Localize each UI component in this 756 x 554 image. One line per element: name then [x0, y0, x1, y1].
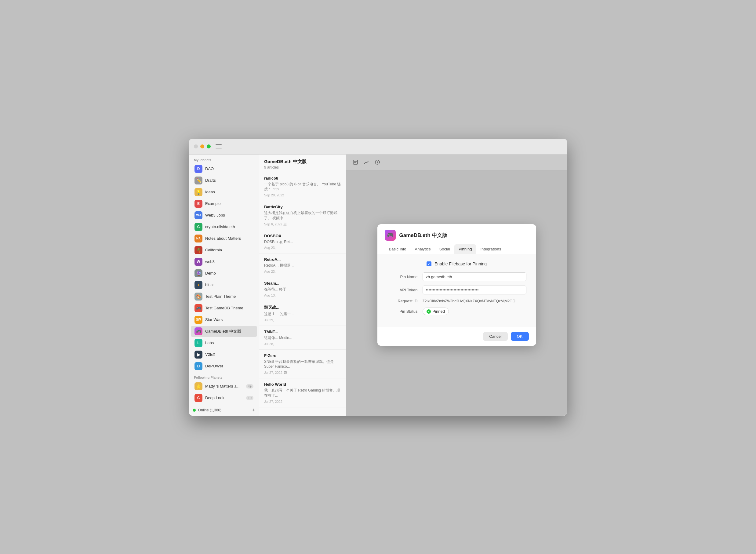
article-title: radico8 [264, 176, 341, 180]
avatar: 🎮 [194, 327, 202, 335]
sidebar-item-label: crypto.olivida.eth [205, 224, 253, 229]
sidebar-item-deeplook[interactable]: C Deep Look 10 [191, 392, 257, 403]
article-item-fzero[interactable]: F-Zero SNES 平台我最喜欢的一款赛车游戏。也是 Super Famic… [259, 350, 346, 379]
article-date: Sep 6, 2022 [264, 222, 282, 226]
unread-badge: 10 [246, 396, 253, 400]
sidebar-item-label: California [205, 248, 253, 252]
sidebar-item-label: Matty 's Matters J... [205, 384, 243, 388]
sidebar-item-bitcc[interactable]: 🔸 bit.cc [191, 279, 257, 290]
pin-status-value: Pinned [433, 309, 445, 314]
minimize-button[interactable] [200, 145, 204, 149]
modal-body-pinning: Enable Filebase for Pinning Pin Name API… [377, 254, 536, 327]
avatar: 🔸 [194, 281, 202, 289]
sidebar: My Planets D DAO ✏️ Drafts 💡 Ideas E Exa… [189, 155, 259, 416]
sidebar-toggle-button[interactable] [216, 144, 222, 149]
maximize-button[interactable] [207, 145, 211, 149]
modal-overlay: 🎮 GameDB.eth 中文版 Basic Info Analytics So… [346, 155, 567, 416]
sidebar-item-label: Deep Look [205, 395, 243, 400]
sidebar-item-crypto[interactable]: C crypto.olivida.eth [191, 221, 257, 232]
modal-planet-icon: 🎮 [385, 230, 396, 241]
sidebar-item-label: GameDB.eth 中文版 [205, 329, 253, 334]
pin-name-label: Pin Name [387, 275, 418, 279]
sidebar-item-example[interactable]: E Example [191, 198, 257, 209]
tab-integrations[interactable]: Integrations [476, 244, 505, 254]
sidebar-item-web3jobs[interactable]: WJ Web3 Jobs [191, 210, 257, 221]
sidebar-item-matty[interactable]: 🌟 Matty 's Matters J... 49 [191, 381, 257, 392]
avatar: E [194, 200, 202, 208]
sidebar-item-label: Labs [205, 340, 253, 345]
main-content: My Planets D DAO ✏️ Drafts 💡 Ideas E Exa… [189, 155, 567, 416]
avatar: L [194, 339, 202, 347]
traffic-lights [194, 145, 211, 149]
sidebar-item-v2ex[interactable]: ▶ V2EX [191, 349, 257, 360]
cancel-button[interactable]: Cancel [483, 332, 508, 341]
article-title: TMNT... [264, 330, 341, 334]
avatar: 🌴 [194, 246, 202, 254]
sidebar-item-label: V2EX [205, 352, 253, 357]
sidebar-item-gamedb[interactable]: 🎮 GameDB.eth 中文版 [191, 326, 257, 337]
sidebar-item-label: Notes about Matters [205, 236, 253, 241]
modal-header: 🎮 GameDB.eth 中文版 [377, 224, 536, 241]
article-excerpt: 这是 1 ... 的第一... [264, 312, 341, 317]
avatar: ✏️ [194, 176, 202, 184]
article-date: Aug 23, [264, 246, 276, 250]
sidebar-item-label: Test Plain Theme [205, 294, 253, 299]
article-item-battlecity[interactable]: BattleCity 这大概是我在红白机上最喜欢的一个双打游戏了。 视频中...… [259, 201, 346, 230]
article-meta: Sep 28, 2022 [264, 193, 341, 197]
sidebar-item-dao[interactable]: D DAO [191, 163, 257, 174]
avatar: 🎨 [194, 292, 202, 300]
enable-filebase-row: Enable Filebase for Pinning [387, 262, 526, 266]
article-title: RetroA... [264, 257, 341, 262]
article-item-radico8[interactable]: radico8 一个基于 pico8 的 8-bit 音乐电台。 YouTube… [259, 172, 346, 201]
ok-button[interactable]: OK [511, 332, 529, 341]
article-item-retroa[interactable]: RetroA... RetroA... 模拟器... Aug 23, [259, 254, 346, 277]
sidebar-item-california[interactable]: 🌴 California [191, 244, 257, 256]
article-meta: Aug 23, [264, 246, 341, 250]
article-item-dosbox[interactable]: DOSBOX DOSBox 在 Ret... Aug 23, [259, 230, 346, 254]
article-date: Jul 29, [264, 318, 274, 322]
app-window: My Planets D DAO ✏️ Drafts 💡 Ideas E Exa… [189, 138, 567, 416]
sidebar-item-testplain[interactable]: 🎨 Test Plain Theme [191, 291, 257, 302]
article-date: Aug 13, [264, 293, 276, 297]
sidebar-item-starwars[interactable]: SW Star Wars [191, 314, 257, 325]
sidebar-item-notes[interactable]: NA Notes about Matters [191, 233, 257, 244]
avatar: W [194, 258, 202, 266]
pin-name-input[interactable] [422, 272, 526, 281]
sidebar-item-depow[interactable]: D DePOWer [191, 361, 257, 372]
sidebar-item-demo[interactable]: 🔮 Demo [191, 268, 257, 279]
add-planet-button[interactable]: + [252, 407, 255, 413]
attachment-icon: 🖼 [283, 222, 287, 226]
tab-pinning[interactable]: Pinning [454, 244, 476, 254]
sidebar-item-drafts[interactable]: ✏️ Drafts [191, 175, 257, 186]
avatar: C [194, 223, 202, 231]
article-meta: Jul 28, [264, 342, 341, 346]
online-status-label: Online (1,386) [198, 408, 249, 412]
modal-tabs: Basic Info Analytics Social Pinning Inte… [377, 241, 536, 254]
tab-analytics[interactable]: Analytics [411, 244, 435, 254]
sidebar-item-labs[interactable]: L Labs [191, 337, 257, 348]
avatar: 💡 [194, 188, 202, 196]
avatar: ▶ [194, 350, 202, 358]
tab-basic-info[interactable]: Basic Info [385, 244, 411, 254]
article-title: Steam... [264, 281, 341, 285]
sidebar-item-label: Example [205, 201, 253, 206]
close-button[interactable] [194, 145, 198, 149]
article-item-helloworld[interactable]: Hello World 我一直想写一个关于 Retro Gaming 的博客。现… [259, 378, 346, 407]
article-meta: Jul 29, [264, 318, 341, 322]
modal-footer: Cancel OK [377, 327, 536, 346]
enable-filebase-checkbox[interactable] [426, 262, 431, 266]
article-item-tmnt[interactable]: TMNT... 这是像... Medin... Jul 28, [259, 326, 346, 350]
avatar: 🔮 [194, 269, 202, 277]
enable-filebase-label: Enable Filebase for Pinning [434, 262, 487, 266]
tab-social[interactable]: Social [435, 244, 454, 254]
article-item-doom[interactable]: 毁灭战... 这是 1 ... 的第一... Jul 29, [259, 301, 346, 326]
sidebar-item-ideas[interactable]: 💡 Ideas [191, 186, 257, 198]
article-item-steam[interactable]: Steam... 在等待... 终于... Aug 13, [259, 277, 346, 301]
sidebar-item-web3[interactable]: W web3 [191, 256, 257, 267]
article-list: GameDB.eth 中文版 9 articles radico8 一个基于 p… [259, 155, 346, 416]
api-token-input[interactable] [422, 285, 526, 294]
sidebar-item-label: DePOWer [205, 364, 253, 368]
sidebar-item-testgamedb[interactable]: 🎮 Test GameDB Theme [191, 302, 257, 314]
article-meta: Sep 6, 2022 🖼 [264, 222, 341, 226]
article-excerpt: 一个基于 pico8 的 8-bit 音乐电台。 YouTube 链接： htt… [264, 182, 341, 192]
